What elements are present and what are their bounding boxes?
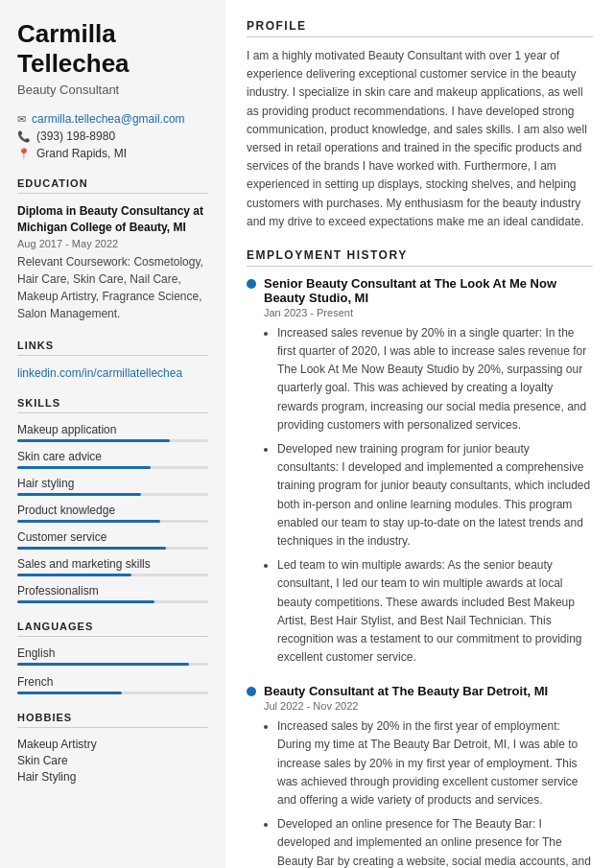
hobby-item: Makeup Artistry (17, 738, 208, 751)
languages-section-title: LANGUAGES (17, 621, 208, 637)
skill-item: Professionalism (17, 584, 208, 603)
main-content: PROFILE I am a highly motivated Beauty C… (225, 0, 614, 868)
language-bar-background (17, 663, 208, 666)
language-bar-fill (17, 663, 189, 666)
skill-item: Customer service (17, 530, 208, 550)
skill-bar-background (17, 520, 208, 523)
education-section-title: EDUCATION (17, 177, 208, 194)
skill-bar-background (17, 574, 208, 576)
hobbies-section-title: HOBBIES (17, 712, 208, 728)
languages-list: English French (17, 646, 208, 694)
employment-list: Senior Beauty Consultant at The Look At … (247, 276, 593, 868)
bullet-point: Developed new training program for junio… (277, 440, 593, 551)
job-title: Beauty Consultant (17, 82, 208, 97)
language-item: English (17, 646, 208, 666)
hobby-item: Hair Styling (17, 770, 208, 784)
skill-item: Makeup application (17, 423, 208, 442)
language-label: French (17, 675, 208, 689)
employment-section: EMPLOYMENT HISTORY Senior Beauty Consult… (247, 248, 593, 868)
location-contact: 📍 Grand Rapids, MI (17, 147, 208, 160)
skill-item: Hair styling (17, 477, 208, 496)
job-bullets: Increased sales revenue by 20% in a sing… (264, 324, 593, 667)
bullet-point: Developed an online presence for The Bea… (277, 815, 593, 868)
skill-bar-fill (17, 574, 131, 576)
skill-bar-fill (17, 493, 141, 496)
email-contact: ✉ carmilla.tellechea@gmail.com (17, 112, 208, 126)
skill-bar-background (17, 600, 208, 603)
language-label: English (17, 646, 208, 660)
phone-icon: 📞 (17, 130, 31, 143)
linkedin-link[interactable]: linkedin.com/in/carmillatellechea (17, 366, 182, 380)
job-dot (247, 687, 256, 696)
bullet-point: Increased sales revenue by 20% in a sing… (277, 324, 593, 434)
skill-bar-fill (17, 520, 160, 523)
skill-label: Skin care advice (17, 450, 208, 463)
education-date: Aug 2017 - May 2022 (17, 238, 208, 249)
skills-section-title: SKILLS (17, 397, 208, 413)
skill-label: Hair styling (17, 477, 208, 490)
skill-bar-fill (17, 466, 151, 469)
language-bar-background (17, 692, 208, 694)
skill-bar-fill (17, 547, 166, 550)
skill-bar-fill (17, 439, 170, 442)
hobbies-list: Makeup ArtistrySkin CareHair Styling (17, 738, 208, 784)
skill-bar-background (17, 466, 208, 469)
job-title: Senior Beauty Consultant at The Look At … (247, 276, 593, 305)
email-icon: ✉ (17, 113, 26, 126)
education-degree: Diploma in Beauty Consultancy at Michiga… (17, 203, 208, 236)
job-title: Beauty Consultant at The Beauty Bar Detr… (247, 684, 593, 698)
job-item: Senior Beauty Consultant at The Look At … (247, 276, 593, 667)
phone-contact: 📞 (393) 198-8980 (17, 129, 208, 143)
job-item: Beauty Consultant at The Beauty Bar Detr… (247, 684, 593, 868)
location-text: Grand Rapids, MI (36, 147, 127, 160)
profile-section: PROFILE I am a highly motivated Beauty C… (247, 19, 593, 231)
skill-label: Sales and marketing skills (17, 557, 208, 571)
job-date: Jan 2023 - Present (264, 307, 593, 318)
job-bullets: Increased sales by 20% in the first year… (264, 717, 593, 868)
job-date: Jul 2022 - Nov 2022 (264, 700, 593, 712)
job-dot (247, 279, 256, 289)
skill-item: Skin care advice (17, 450, 208, 469)
skill-label: Customer service (17, 530, 208, 544)
skill-bar-background (17, 439, 208, 442)
bullet-point: Increased sales by 20% in the first year… (277, 717, 593, 809)
skill-item: Sales and marketing skills (17, 557, 208, 576)
skill-bar-fill (17, 600, 154, 603)
skill-label: Makeup application (17, 423, 208, 436)
skills-list: Makeup application Skin care advice Hair… (17, 423, 208, 603)
skill-bar-background (17, 493, 208, 496)
links-section-title: LINKS (17, 340, 208, 356)
location-icon: 📍 (17, 148, 31, 160)
profile-title: PROFILE (247, 19, 593, 37)
employment-title: EMPLOYMENT HISTORY (247, 248, 593, 267)
bullet-point: Led team to win multiple awards: As the … (277, 556, 593, 667)
phone-number: (393) 198-8980 (36, 129, 115, 143)
skill-item: Product knowledge (17, 504, 208, 523)
hobby-item: Skin Care (17, 754, 208, 767)
education-coursework: Relevant Coursework: Cosmetology, Hair C… (17, 253, 208, 322)
skill-label: Professionalism (17, 584, 208, 598)
language-item: French (17, 675, 208, 694)
language-bar-fill (17, 692, 122, 694)
sidebar: Carmilla Tellechea Beauty Consultant ✉ c… (0, 0, 225, 868)
email-link[interactable]: carmilla.tellechea@gmail.com (32, 112, 185, 126)
candidate-name: Carmilla Tellechea (17, 19, 208, 79)
skill-bar-background (17, 547, 208, 550)
profile-text: I am a highly motivated Beauty Consultan… (247, 47, 593, 231)
skill-label: Product knowledge (17, 504, 208, 517)
